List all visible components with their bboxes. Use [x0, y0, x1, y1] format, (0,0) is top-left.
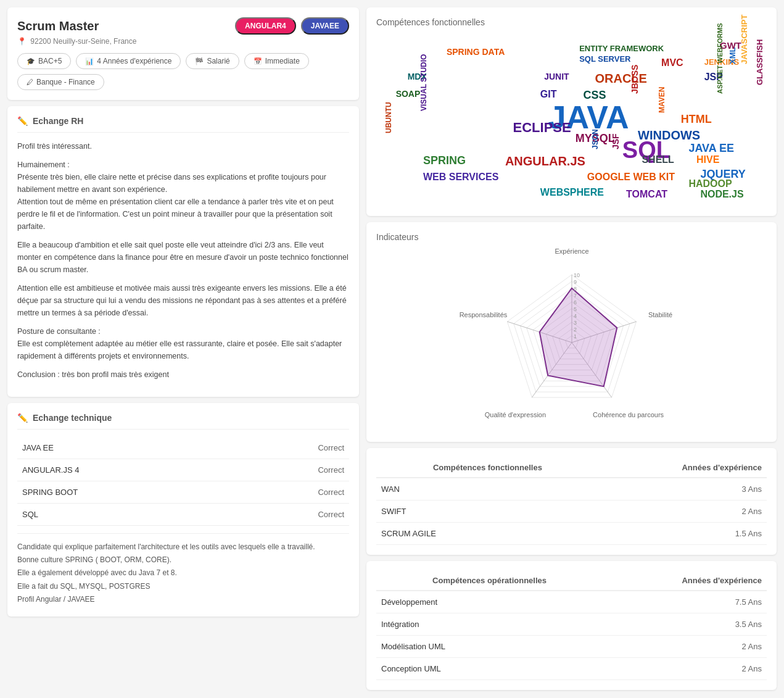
comp-years: 3.5 Ans [603, 613, 767, 636]
word-cloud-item: UBUNTU [384, 102, 393, 134]
tech-label: SQL [17, 504, 233, 526]
comp-label: Intégration [376, 613, 603, 636]
svg-text:7: 7 [574, 293, 577, 299]
tech-label: ANGULAR.JS 4 [17, 459, 233, 481]
svg-text:Expérience: Expérience [555, 247, 588, 255]
word-cloud-item: HADOOP [688, 178, 732, 189]
svg-text:6: 6 [574, 299, 577, 305]
word-cloud-card: Compétences fonctionnelles JAVASQLSPRING… [366, 7, 777, 216]
echange-rh-content: Profil très intéressant. Humainement : P… [17, 140, 349, 381]
svg-text:4: 4 [574, 313, 577, 319]
word-cloud-item: WEB SERVICES [423, 172, 498, 183]
word-cloud-item: GOOGLE WEB KIT [587, 172, 675, 183]
list-item: SWIFT2 Ans [376, 501, 767, 523]
tag-availability: 📅 Immediate [244, 53, 309, 69]
word-cloud-item: GIT [540, 89, 557, 100]
word-cloud-item: JAVA EE [688, 142, 734, 155]
edit-icon-rh: ✏️ [17, 116, 28, 126]
comp-years: 7.5 Ans [603, 591, 767, 613]
edit-icon-tech: ✏️ [17, 413, 28, 423]
badge-row: ANGULAR4 JAVAEE [235, 17, 349, 35]
word-cloud-item: SQL SERVER [579, 54, 630, 64]
profile-location: 📍 92200 Neuilly-sur-Seine, France [17, 37, 349, 46]
rh-para-5: Conclusion : très bon profil mais très e… [17, 368, 349, 381]
tech-result: Correct [233, 504, 349, 526]
education-icon: 🎓 [27, 57, 35, 65]
comp-operationnelles-card: Compétences opérationnelles Années d'exp… [366, 561, 777, 690]
comp-label: SWIFT [376, 501, 599, 523]
svg-text:10: 10 [574, 272, 580, 278]
svg-text:Cohérence du parcours: Cohérence du parcours [593, 411, 664, 418]
comp-label: SCRUM AGILE [376, 523, 599, 545]
availability-icon: 📅 [254, 57, 262, 65]
experience-icon: 📊 [85, 57, 94, 65]
tech-note: Candidate qui explique parfaitement l'ar… [17, 533, 349, 605]
svg-text:2: 2 [574, 326, 577, 333]
echange-technique-header: ✏️ Echange technique [17, 413, 349, 430]
word-cloud-item: WINDOWS [638, 128, 700, 143]
word-cloud-item: WEBSPHERE [540, 187, 604, 198]
tech-row: SQLCorrect [17, 504, 349, 526]
echange-rh-header: ✏️ Echange RH [17, 116, 349, 133]
tag-education: 🎓 BAC+5 [17, 53, 71, 69]
list-item: WAN3 Ans [376, 478, 767, 501]
comp-label: WAN [376, 478, 599, 501]
word-cloud-item: MAVEN [658, 86, 666, 112]
rh-para-2: Elle a beaucoup d'ambition et elle sait … [17, 239, 349, 276]
tech-result: Correct [233, 437, 349, 459]
word-cloud-item: JUNIT [544, 72, 569, 81]
comp-years: 2 Ans [603, 636, 767, 658]
echange-technique-title: Echange technique [33, 413, 112, 423]
tech-label: JAVA EE [17, 437, 233, 459]
radar-container: ExpérienceStabilitéCohérence du parcours… [376, 247, 767, 432]
comp-label: Modélisation UML [376, 636, 603, 658]
list-item: SCRUM AGILE1.5 Ans [376, 523, 767, 545]
list-item: Développement7.5 Ans [376, 591, 767, 613]
svg-text:3: 3 [574, 320, 577, 326]
tag-experience: 📊 4 Années d'expérience [76, 53, 181, 69]
word-cloud-item: TOMCAT [626, 189, 667, 200]
word-cloud-item: VISUAL STUDIO [419, 54, 428, 111]
comp-fonctionnelles-card: Compétences fonctionnelles Années d'expé… [366, 448, 777, 555]
comp-operationnelles-table: Compétences opérationnelles Années d'exp… [376, 571, 767, 680]
word-cloud-item: JSF [611, 133, 621, 149]
echange-rh-card: ✏️ Echange RH Profil très intéressant. H… [7, 106, 359, 397]
javaee-badge[interactable]: JAVAEE [301, 17, 349, 35]
rh-para-0: Profil très intéressant. [17, 140, 349, 152]
comp-operationnelles-header: Compétences opérationnelles [376, 571, 603, 591]
tech-row: JAVA EECorrect [17, 437, 349, 459]
tag-status: 🏁 Salarié [186, 53, 239, 69]
svg-text:Stabilité: Stabilité [648, 311, 672, 318]
word-cloud-item: HTML [681, 113, 712, 126]
svg-text:Responsabilités: Responsabilités [459, 311, 507, 318]
comp-years: 2 Ans [599, 501, 767, 523]
angular-badge[interactable]: ANGULAR4 [235, 17, 296, 35]
svg-text:1: 1 [574, 333, 577, 339]
comp-fonctionnelles-table: Compétences fonctionnelles Années d'expé… [376, 458, 767, 545]
word-cloud-item: ANGULAR.JS [505, 154, 585, 168]
word-cloud-item: JBOSS [630, 65, 640, 94]
rh-para-4: Posture de consultante : Elle est complè… [17, 325, 349, 362]
svg-text:9: 9 [574, 279, 577, 285]
tech-result: Correct [233, 459, 349, 481]
radar-svg: ExpérienceStabilitéCohérence du parcours… [418, 247, 726, 432]
comp-operationnelles-years-header: Années d'expérience [603, 571, 767, 591]
tech-label: SPRING BOOT [17, 481, 233, 504]
list-item: Modélisation UML2 Ans [376, 636, 767, 658]
word-cloud-item: NODE.JS [700, 189, 743, 200]
comp-years: 3 Ans [599, 478, 767, 501]
tech-result: Correct [233, 481, 349, 504]
comp-fonctionnelles-header: Compétences fonctionnelles [376, 458, 599, 478]
radar-card: Indicateurs ExpérienceStabilitéCohérence… [366, 222, 777, 442]
echange-rh-title: Echange RH [33, 116, 83, 126]
word-cloud-item: SPRING DATA [447, 47, 505, 57]
word-cloud-item: HIVE [696, 154, 719, 165]
word-cloud-item: SHELL [642, 154, 674, 165]
comp-years: 2 Ans [603, 658, 767, 680]
comp-label: Conception UML [376, 658, 603, 680]
svg-text:8: 8 [574, 286, 577, 292]
profile-header-card: Scrum Master ANGULAR4 JAVAEE 📍 92200 Neu… [7, 7, 359, 100]
word-cloud-item: ENTITY FRAMEWORK [579, 44, 664, 53]
rh-para-3: Attention elle est ambitieuse et motivée… [17, 282, 349, 319]
svg-text:Qualité d'expression: Qualité d'expression [484, 411, 545, 418]
